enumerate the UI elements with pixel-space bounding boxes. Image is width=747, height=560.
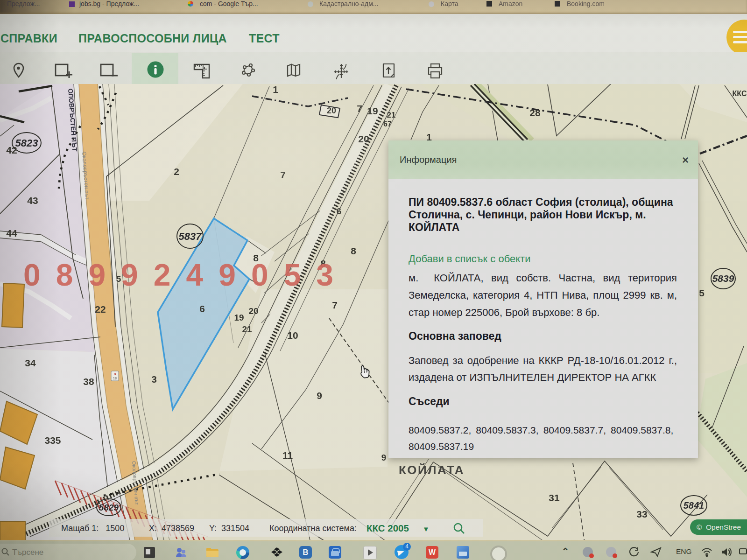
svg-text:8: 8 — [351, 245, 356, 256]
svg-text:44: 44 — [6, 228, 17, 238]
svg-text:19: 19 — [367, 105, 378, 116]
svg-text:ККС: ККС — [733, 90, 747, 98]
svg-text:7: 7 — [280, 169, 286, 180]
svg-text:21: 21 — [242, 324, 252, 334]
svg-text:31: 31 — [549, 492, 560, 503]
svg-text:28: 28 — [529, 107, 541, 118]
svg-text:43: 43 — [27, 195, 38, 206]
svg-text:20: 20 — [248, 306, 258, 316]
svg-text:5823: 5823 — [15, 137, 38, 149]
svg-text:8: 8 — [114, 372, 116, 376]
svg-text:2: 2 — [174, 166, 179, 177]
svg-text:20: 20 — [358, 133, 369, 144]
svg-text:20: 20 — [327, 106, 336, 115]
svg-text:33: 33 — [636, 509, 647, 519]
svg-text:19: 19 — [234, 313, 244, 322]
svg-text:3: 3 — [151, 374, 157, 385]
svg-text:6: 6 — [337, 206, 342, 216]
svg-text:1: 1 — [273, 84, 278, 95]
svg-text:5839: 5839 — [712, 273, 734, 284]
svg-text:9: 9 — [381, 453, 387, 462]
svg-text:5: 5 — [699, 287, 705, 298]
svg-text:38: 38 — [83, 376, 94, 387]
svg-text:42: 42 — [6, 145, 17, 155]
svg-text:5841: 5841 — [684, 500, 705, 511]
svg-text:9: 9 — [317, 390, 322, 401]
svg-text:21: 21 — [387, 111, 396, 119]
svg-text:5829: 5829 — [99, 503, 119, 512]
svg-text:5837: 5837 — [179, 231, 203, 242]
svg-text:34: 34 — [25, 357, 36, 368]
svg-text:7: 7 — [332, 300, 338, 310]
svg-text:6: 6 — [199, 303, 205, 314]
svg-text:11: 11 — [282, 450, 293, 461]
svg-text:0899249053: 0899249053 — [23, 258, 349, 292]
svg-text:7: 7 — [357, 103, 362, 114]
svg-text:335: 335 — [44, 435, 61, 446]
svg-text:КОЙЛАТА: КОЙЛАТА — [399, 463, 465, 477]
svg-text:18: 18 — [113, 377, 117, 380]
svg-text:67: 67 — [383, 120, 392, 128]
svg-text:22: 22 — [95, 304, 106, 315]
svg-text:10: 10 — [287, 330, 298, 341]
